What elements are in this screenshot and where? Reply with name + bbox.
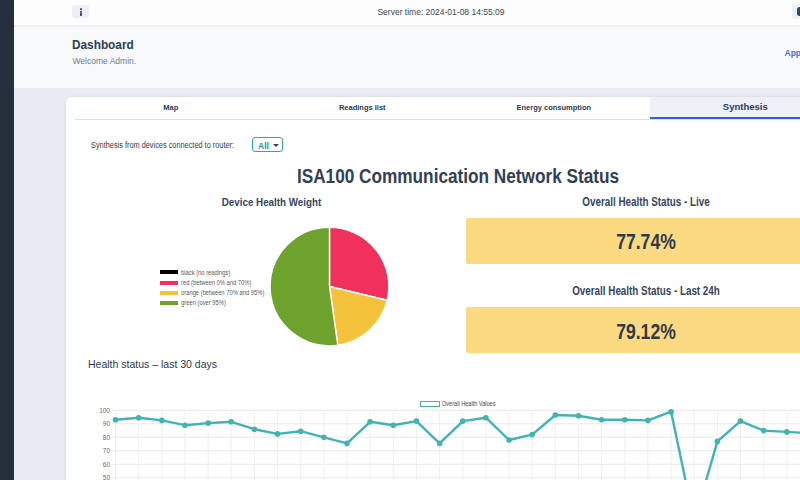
svg-text:80: 80 xyxy=(103,434,111,441)
svg-text:100: 100 xyxy=(99,407,110,414)
svg-text:60: 60 xyxy=(103,461,111,468)
svg-text:50: 50 xyxy=(103,474,111,480)
svg-text:70: 70 xyxy=(103,447,111,454)
svg-text:90: 90 xyxy=(103,420,111,427)
